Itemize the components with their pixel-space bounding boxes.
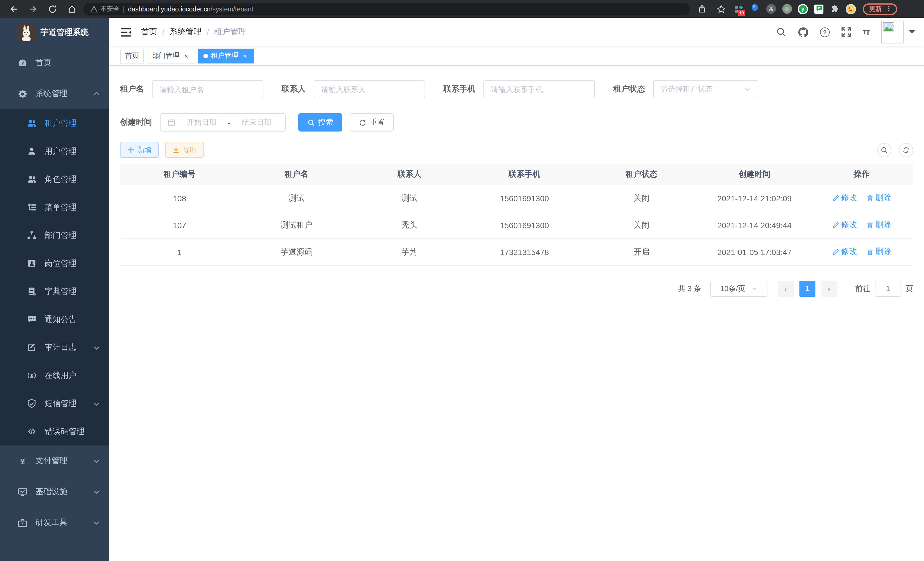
cell-operations: 修改 删除 — [810, 238, 913, 265]
extension-balloon-icon[interactable] — [748, 3, 761, 15]
table-toolbar: 新增 导出 — [120, 142, 913, 158]
active-dot — [203, 53, 208, 58]
filter-row-2: 创建时间 开始日期 - 结束日期 搜索 重置 — [120, 113, 913, 132]
extension-y-icon[interactable]: y — [796, 3, 809, 15]
back-icon[interactable] — [6, 2, 22, 16]
date-start-placeholder[interactable]: 开始日期 — [180, 117, 224, 128]
app-logo-row[interactable]: 芋道管理系统 — [0, 18, 109, 47]
sidebar-item[interactable]: 基础设施 — [0, 476, 109, 507]
next-page-button[interactable]: › — [821, 281, 837, 296]
breadcrumb-separator: / — [207, 27, 209, 37]
tenant-users-icon — [27, 118, 37, 128]
page-unit-label: 页 — [906, 283, 913, 294]
extension-dot-icon[interactable] — [781, 3, 793, 15]
sidebar-item[interactable]: ¥ 支付管理 — [0, 445, 109, 476]
sidebar-item[interactable]: 审计日志 — [0, 333, 109, 361]
extension-command-icon[interactable]: ⌘ — [765, 3, 777, 15]
chevron-down-icon — [744, 86, 751, 93]
github-icon[interactable] — [798, 27, 808, 38]
sidebar-item[interactable]: 错误码管理 — [0, 417, 109, 445]
close-icon[interactable]: × — [241, 52, 249, 60]
chrome-update-button[interactable]: 更新 ⋮ — [863, 3, 897, 15]
cell-contact: 芋艿 — [354, 238, 465, 265]
sidebar-item[interactable]: 菜单管理 — [0, 193, 109, 221]
breadcrumb-item[interactable]: 首页 / — [141, 27, 170, 37]
sidebar-item[interactable]: 字典管理 — [0, 277, 109, 305]
user-icon — [27, 146, 37, 156]
cell-created: 2021-12-14 20:49:44 — [699, 212, 810, 238]
extension-badge: 10 — [738, 10, 746, 16]
prev-page-button[interactable]: ‹ — [778, 281, 794, 296]
sidebar-item[interactable]: 岗位管理 — [0, 249, 109, 277]
page-size-select[interactable]: 10条/页 — [710, 281, 767, 296]
refresh-icon[interactable] — [899, 143, 913, 157]
sidebar-item[interactable]: 在线用户 — [0, 361, 109, 390]
cell-status: 关闭 — [584, 212, 699, 238]
filter-row-1: 租户名 联系人 联系手机 — [120, 80, 913, 98]
extension-tabs-icon[interactable]: 10 — [733, 3, 745, 15]
goto-page-input[interactable] — [875, 281, 901, 296]
tenant-page: 租户名 联系人 联系手机 — [109, 66, 924, 561]
calendar-icon — [167, 118, 176, 126]
sidebar-item[interactable]: 首页 — [0, 47, 109, 78]
top-navbar: 首页 / 系统管理 / 租户管理 / — [109, 18, 924, 46]
table-header-cell: 联系人 — [354, 164, 465, 185]
search-button[interactable]: 搜索 — [298, 113, 342, 132]
date-end-placeholder[interactable]: 结束日期 — [235, 117, 278, 128]
sidebar-item[interactable]: 通知公告 — [0, 305, 109, 333]
sidebar-toggle-icon[interactable] — [120, 26, 131, 38]
notice-icon — [27, 314, 37, 324]
edit-link[interactable]: 修改 — [832, 193, 857, 203]
contact-input[interactable] — [321, 85, 418, 93]
date-range-picker[interactable]: 开始日期 - 结束日期 — [160, 113, 286, 132]
home-icon[interactable] — [64, 2, 80, 16]
forward-icon[interactable] — [25, 2, 41, 16]
breadcrumb-item[interactable]: 系统管理 / — [170, 27, 214, 37]
share-icon[interactable] — [694, 2, 710, 16]
reload-icon[interactable] — [45, 2, 61, 16]
help-icon[interactable]: ? — [820, 27, 830, 37]
table-header-row: 租户编号租户名联系人联系手机租户状态创建时间操作 — [120, 164, 913, 185]
tag-item[interactable]: 租户管理 × — [198, 48, 254, 63]
tenant-table: 租户编号租户名联系人联系手机租户状态创建时间操作 108 测试 测试 15601… — [120, 164, 913, 266]
security-warning[interactable]: 不安全 — [90, 5, 119, 13]
tenant-name-input[interactable] — [159, 85, 256, 93]
address-bar[interactable]: 不安全 dashboard.yudao.iocoder.cn/system/te… — [83, 3, 690, 15]
fullscreen-icon[interactable] — [841, 27, 851, 37]
chrome-menu-icon[interactable]: ⋮ — [886, 5, 892, 13]
sidebar-item[interactable]: 系统管理 — [0, 78, 109, 109]
tag-item[interactable]: 首页 × — [120, 48, 144, 63]
tags-view: 首页 × 部门管理 × 租户管理 × — [109, 46, 924, 66]
reset-button[interactable]: 重置 — [350, 113, 394, 132]
edit-link[interactable]: 修改 — [832, 247, 857, 257]
add-button[interactable]: 新增 — [120, 142, 159, 158]
sidebar-item[interactable]: 角色管理 — [0, 165, 109, 193]
sidebar-item[interactable]: 用户管理 — [0, 137, 109, 165]
status-select[interactable]: 请选择租户状态 — [653, 80, 758, 98]
cell-mobile: 15601691300 — [465, 212, 584, 238]
sidebar-item[interactable]: 研发工具 — [0, 507, 109, 538]
page-number-1[interactable]: 1 — [800, 281, 815, 296]
extension-chat-icon[interactable] — [813, 3, 825, 15]
search-icon[interactable] — [776, 27, 786, 37]
export-button[interactable]: 导出 — [165, 142, 204, 158]
bookmark-star-icon[interactable] — [713, 2, 729, 16]
tag-item[interactable]: 部门管理 × — [147, 48, 195, 63]
delete-link[interactable]: 删除 — [866, 193, 891, 203]
screen: 不安全 dashboard.yudao.iocoder.cn/system/te… — [0, 0, 924, 561]
sidebar-item[interactable]: 部门管理 — [0, 221, 109, 249]
sidebar-item[interactable]: 短信管理 — [0, 390, 109, 417]
breadcrumb-item[interactable]: 租户管理 / — [214, 27, 246, 37]
sidebar-item[interactable]: 租户管理 — [0, 109, 109, 137]
dict-icon — [27, 287, 37, 296]
extensions-puzzle-icon[interactable] — [829, 3, 841, 15]
user-avatar-menu[interactable] — [881, 21, 915, 44]
mobile-input[interactable] — [491, 85, 587, 93]
edit-link[interactable]: 修改 — [832, 220, 857, 230]
delete-link[interactable]: 删除 — [866, 220, 891, 230]
font-size-icon[interactable]: TT — [863, 28, 870, 36]
profile-avatar-icon[interactable] — [844, 3, 857, 15]
delete-link[interactable]: 删除 — [866, 247, 891, 257]
close-icon[interactable]: × — [182, 52, 190, 60]
toggle-search-icon[interactable] — [877, 143, 891, 157]
